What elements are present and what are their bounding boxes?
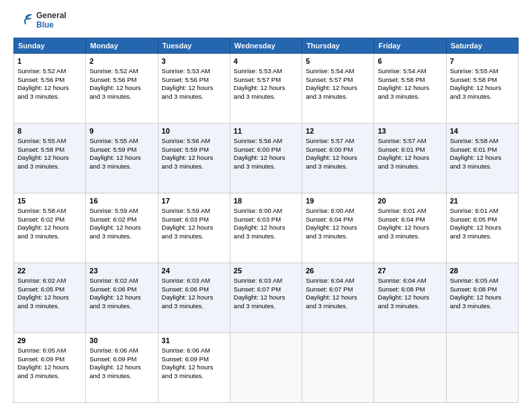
day-info: and 3 minutes. (162, 372, 226, 381)
day-info: Daylight: 12 hours (234, 293, 298, 302)
day-info: and 3 minutes. (162, 93, 226, 101)
day-info: and 3 minutes. (450, 232, 515, 241)
day-number: 13 (378, 126, 442, 136)
day-info: Daylight: 12 hours (378, 154, 442, 163)
day-info: Sunrise: 6:05 AM (450, 277, 515, 285)
logo-text-general: General (36, 11, 66, 21)
day-info: Sunset: 6:02 PM (17, 216, 82, 224)
day-info: Sunrise: 5:59 AM (162, 207, 226, 216)
calendar-cell (374, 333, 446, 403)
calendar-cell: 27Sunrise: 6:04 AMSunset: 6:08 PMDayligh… (374, 263, 446, 333)
day-info: and 3 minutes. (378, 232, 442, 241)
day-info: Daylight: 12 hours (162, 363, 226, 372)
day-info: Daylight: 12 hours (17, 363, 82, 372)
day-info: Daylight: 12 hours (378, 224, 442, 232)
day-info: Sunrise: 6:04 AM (306, 277, 370, 285)
day-info: Sunset: 6:05 PM (450, 216, 515, 224)
day-info: Sunrise: 6:06 AM (89, 347, 154, 355)
calendar-week-2: 8Sunrise: 5:55 AMSunset: 5:58 PMDaylight… (14, 124, 519, 193)
day-info: Daylight: 12 hours (162, 293, 226, 302)
day-info: Sunset: 6:08 PM (450, 285, 515, 294)
day-info: Daylight: 12 hours (450, 224, 515, 232)
calendar-cell: 23Sunrise: 6:02 AMSunset: 6:06 PMDayligh… (86, 263, 158, 333)
day-info: Sunset: 5:57 PM (234, 76, 298, 85)
day-info: Daylight: 12 hours (17, 84, 82, 93)
day-info: Daylight: 12 hours (378, 84, 442, 93)
day-info: Sunrise: 5:55 AM (89, 137, 154, 146)
calendar-week-5: 29Sunrise: 6:05 AMSunset: 6:09 PMDayligh… (14, 333, 519, 403)
day-info: Daylight: 12 hours (89, 293, 154, 302)
day-info: Sunset: 5:56 PM (17, 76, 82, 85)
calendar-cell: 8Sunrise: 5:55 AMSunset: 5:58 PMDaylight… (14, 124, 86, 193)
day-info: and 3 minutes. (89, 302, 154, 311)
calendar-cell: 4Sunrise: 5:53 AMSunset: 5:57 PMDaylight… (230, 54, 302, 124)
day-info: Sunset: 6:04 PM (378, 216, 442, 224)
day-info: Sunset: 6:00 PM (234, 146, 298, 154)
calendar-week-3: 15Sunrise: 5:58 AMSunset: 6:02 PMDayligh… (14, 193, 519, 263)
day-info: Daylight: 12 hours (89, 154, 154, 163)
day-number: 31 (162, 336, 226, 346)
logo-bird-icon (13, 11, 34, 31)
day-number: 10 (162, 126, 226, 136)
calendar-cell: 30Sunrise: 6:06 AMSunset: 6:09 PMDayligh… (86, 333, 158, 403)
day-info: and 3 minutes. (306, 163, 370, 171)
calendar-cell: 31Sunrise: 6:06 AMSunset: 6:09 PMDayligh… (158, 333, 230, 403)
day-info: and 3 minutes. (17, 93, 82, 101)
day-info: Sunset: 5:57 PM (306, 76, 370, 85)
day-info: Sunrise: 5:54 AM (306, 67, 370, 76)
calendar-cell (446, 333, 518, 403)
day-info: Daylight: 12 hours (378, 293, 442, 302)
day-info: and 3 minutes. (162, 232, 226, 241)
calendar-week-1: 1Sunrise: 5:52 AMSunset: 5:56 PMDaylight… (14, 54, 519, 124)
calendar-header-sunday: Sunday (14, 38, 86, 54)
day-info: Sunset: 5:59 PM (89, 146, 154, 154)
day-info: Daylight: 12 hours (89, 224, 154, 232)
calendar-cell: 1Sunrise: 5:52 AMSunset: 5:56 PMDaylight… (14, 54, 86, 124)
calendar-cell: 29Sunrise: 6:05 AMSunset: 6:09 PMDayligh… (14, 333, 86, 403)
day-number: 26 (306, 266, 370, 276)
day-info: Sunset: 6:04 PM (306, 216, 370, 224)
day-info: Daylight: 12 hours (17, 293, 82, 302)
day-info: Sunset: 6:03 PM (162, 216, 226, 224)
day-number: 9 (89, 126, 154, 136)
day-info: Daylight: 12 hours (89, 363, 154, 372)
day-info: Daylight: 12 hours (306, 154, 370, 163)
day-info: Sunrise: 6:03 AM (162, 277, 226, 285)
day-info: and 3 minutes. (378, 302, 442, 311)
day-info: Sunrise: 6:02 AM (89, 277, 154, 285)
day-info: Daylight: 12 hours (162, 84, 226, 93)
day-number: 1 (17, 56, 82, 66)
day-info: and 3 minutes. (450, 302, 515, 311)
calendar-cell: 6Sunrise: 5:54 AMSunset: 5:58 PMDaylight… (374, 54, 446, 124)
calendar-header-tuesday: Tuesday (158, 38, 230, 54)
day-number: 19 (306, 196, 370, 206)
calendar-week-4: 22Sunrise: 6:02 AMSunset: 6:05 PMDayligh… (14, 263, 519, 333)
calendar-cell: 14Sunrise: 5:58 AMSunset: 6:01 PMDayligh… (446, 124, 518, 193)
calendar-cell: 20Sunrise: 6:01 AMSunset: 6:04 PMDayligh… (374, 193, 446, 263)
day-number: 23 (89, 266, 154, 276)
day-info: Sunrise: 6:06 AM (162, 347, 226, 355)
calendar-cell: 28Sunrise: 6:05 AMSunset: 6:08 PMDayligh… (446, 263, 518, 333)
calendar-cell: 21Sunrise: 6:01 AMSunset: 6:05 PMDayligh… (446, 193, 518, 263)
day-number: 4 (234, 56, 298, 66)
header: General Blue (13, 11, 519, 31)
day-info: Sunset: 5:59 PM (162, 146, 226, 154)
day-info: and 3 minutes. (378, 163, 442, 171)
calendar-cell (230, 333, 302, 403)
day-info: Sunrise: 6:03 AM (234, 277, 298, 285)
calendar-cell: 9Sunrise: 5:55 AMSunset: 5:59 PMDaylight… (86, 124, 158, 193)
day-info: Sunset: 5:58 PM (17, 146, 82, 154)
calendar-cell: 16Sunrise: 5:59 AMSunset: 6:02 PMDayligh… (86, 193, 158, 263)
day-info: Sunrise: 5:57 AM (378, 137, 442, 146)
day-info: Sunset: 5:56 PM (89, 76, 154, 85)
day-info: Daylight: 12 hours (306, 84, 370, 93)
day-info: Daylight: 12 hours (162, 224, 226, 232)
calendar-header-wednesday: Wednesday (230, 38, 302, 54)
day-info: and 3 minutes. (89, 232, 154, 241)
day-info: Daylight: 12 hours (306, 293, 370, 302)
day-info: Sunrise: 6:01 AM (378, 207, 442, 216)
day-info: Daylight: 12 hours (162, 154, 226, 163)
day-info: Sunrise: 6:01 AM (450, 207, 515, 216)
day-info: and 3 minutes. (306, 93, 370, 101)
day-info: and 3 minutes. (234, 302, 298, 311)
